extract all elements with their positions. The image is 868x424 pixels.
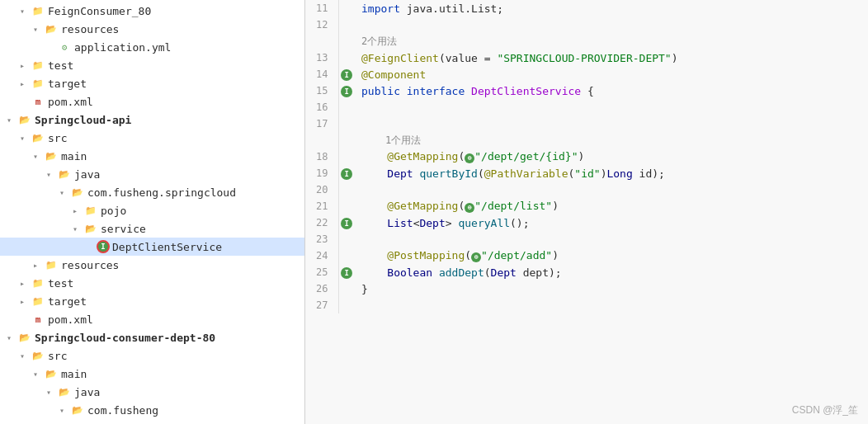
com-fusheng2-label: com.fusheng [87, 404, 158, 417]
gutter-icon-14: I [341, 69, 352, 81]
tree-item-resources1[interactable]: resources [0, 20, 304, 38]
tree-item-pom1[interactable]: pom.xml [0, 92, 304, 111]
gutter-icon-15: I [341, 86, 352, 97]
hint2-content: 1个用法 [355, 132, 868, 148]
folder-icon-target1 [31, 77, 45, 90]
arrow-java2 [46, 170, 56, 179]
line-num-12: 12 [305, 16, 338, 33]
pom1-icon [31, 95, 45, 108]
line-content-18: @GetMapping(⊕"/dept/get/{id}") [355, 148, 868, 165]
link-icon-18: ⊕ [465, 153, 474, 163]
springcloud-api-label: Springcloud-api [35, 114, 131, 126]
pom2-label: pom.xml [48, 313, 93, 326]
line-num-17: 17 [305, 115, 338, 132]
feign-consumer-label: FeignConsumer_80 [48, 5, 151, 17]
line-num-13: 13 [305, 49, 338, 66]
gutter-13 [338, 49, 355, 66]
folder-icon-resources1 [45, 22, 58, 35]
resources2-label: resources [61, 259, 119, 271]
pojo-label: pojo [101, 205, 126, 217]
tree-item-target1[interactable]: target [0, 74, 304, 92]
tree-item-target2[interactable]: target [0, 292, 304, 310]
code-line-26: 26 } [305, 280, 868, 297]
line-num-15: 15 [305, 82, 338, 99]
folder-icon-com-fusheng2 [71, 403, 84, 417]
tree-item-pom2[interactable]: pom.xml [0, 310, 304, 328]
pom2-icon [31, 313, 45, 326]
tree-item-test2[interactable]: test [0, 274, 304, 292]
tree-item-src3[interactable]: src [0, 346, 304, 365]
target2-label: target [48, 295, 87, 308]
gutter-hint2 [338, 132, 355, 148]
test2-label: test [48, 277, 73, 290]
line-num-24: 24 [305, 247, 338, 264]
gutter-20 [338, 181, 355, 198]
gutter-18 [338, 148, 355, 165]
tree-item-test1[interactable]: test [0, 56, 304, 74]
tree-item-pojo[interactable]: pojo [0, 201, 304, 219]
code-line-13: 13 @FeignClient(value = "SPRINGCLOUD-PRO… [305, 49, 868, 66]
tree-item-java2[interactable]: java [0, 165, 304, 183]
springcloud-consumer-label: Springcloud-consumer-dept-80 [35, 332, 215, 344]
arrow-target2 [20, 297, 30, 306]
arrow-com-fusheng [59, 188, 69, 197]
arrow-src2 [20, 134, 30, 143]
tree-item-application-yml[interactable]: application.yml [0, 38, 304, 56]
gutter-icon-19: I [341, 168, 352, 180]
code-line-17: 17 [305, 115, 868, 132]
arrow-resources2 [33, 261, 43, 270]
line-num-18: 18 [305, 148, 338, 165]
line-content-24: @PostMapping(⊕"/dept/add") [355, 247, 868, 264]
tree-item-springcloud-consumer[interactable]: Springcloud-consumer-dept-80 [0, 328, 304, 346]
folder-icon-target2 [31, 294, 45, 308]
code-line-20: 20 [305, 181, 868, 198]
tree-item-main2[interactable]: main [0, 147, 304, 165]
code-line-12: 12 [305, 16, 868, 33]
gutter-icon-22: I [341, 218, 352, 229]
folder-icon-resources2 [45, 258, 58, 271]
tree-item-resources2[interactable]: resources [0, 256, 304, 274]
tree-item-service[interactable]: service [0, 219, 304, 238]
application-yml-label: application.yml [74, 41, 171, 54]
line-num-20: 20 [305, 181, 338, 198]
gutter-25: I [338, 264, 355, 280]
folder-icon-pojo [84, 204, 97, 217]
gutter-23 [338, 231, 355, 247]
tree-item-java3[interactable]: java [0, 383, 304, 401]
tree-item-main3[interactable]: main [0, 365, 304, 383]
folder-icon-main3 [45, 367, 58, 380]
file-tree: FeignConsumer_80 resources application.y… [0, 0, 305, 424]
line-num-26: 26 [305, 280, 338, 297]
tree-item-myrule[interactable]: myrule [0, 419, 304, 424]
tree-item-dept-client-service[interactable]: I DeptClientService [0, 238, 304, 256]
code-line-24: 24 @PostMapping(⊕"/dept/add") [305, 247, 868, 264]
arrow-feign [20, 7, 30, 16]
code-editor: 11 import java.util.List; 12 2个用法 13 @Fe… [305, 0, 868, 424]
gutter-17 [338, 115, 355, 132]
src2-label: src [48, 132, 67, 144]
code-line-23: 23 [305, 231, 868, 247]
gutter-15: I [338, 82, 355, 99]
tree-item-feign-consumer[interactable]: FeignConsumer_80 [0, 2, 304, 20]
tree-item-com-fusheng2[interactable]: com.fusheng [0, 401, 304, 419]
tree-item-springcloud-api[interactable]: Springcloud-api [0, 111, 304, 129]
line-content-21: @GetMapping(⊕"/dept/list") [355, 198, 868, 214]
tree-item-src2[interactable]: src [0, 129, 304, 147]
code-lines: 11 import java.util.List; 12 2个用法 13 @Fe… [305, 0, 868, 313]
code-line-19: 19 I Dept quertById(@PathVariable("id")L… [305, 165, 868, 181]
resources1-label: resources [61, 23, 119, 35]
line-content-13: @FeignClient(value = "SPRINGCLOUD-PROVID… [355, 49, 868, 66]
arrow-target1 [20, 79, 30, 88]
folder-icon-src3 [31, 349, 45, 362]
main3-label: main [61, 368, 87, 380]
link-icon-24: ⊕ [471, 252, 481, 262]
line-num-hint1 [305, 33, 338, 49]
tree-item-com-fusheng-springcloud[interactable]: com.fusheng.springcloud [0, 183, 304, 201]
target1-label: target [48, 78, 87, 90]
folder-icon-springcloud-api [18, 113, 31, 126]
java2-label: java [74, 168, 100, 181]
line-num-22: 22 [305, 214, 338, 231]
com-fusheng-label: com.fusheng.springcloud [87, 186, 236, 199]
folder-icon-java3 [58, 385, 71, 398]
line-content-27 [355, 297, 868, 313]
